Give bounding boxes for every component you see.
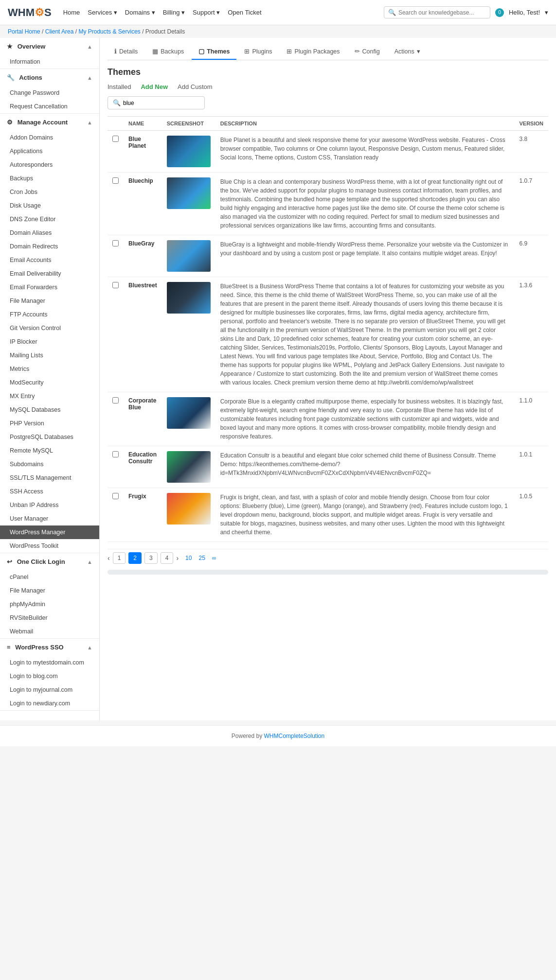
sidebar-item-email-forwarders[interactable]: Email Forwarders: [0, 280, 99, 294]
row-checkbox-6[interactable]: [112, 493, 119, 499]
sidebar-section-overview-header[interactable]: ★ Overview ▲: [0, 38, 99, 55]
sidebar-item-subdomains[interactable]: Subdomains: [0, 457, 99, 471]
sidebar-item-wordpress-manager[interactable]: WordPress Manager: [0, 525, 99, 539]
sidebar-item-modsecurity[interactable]: ModSecurity: [0, 376, 99, 389]
sidebar-item-remote-mysql[interactable]: Remote MySQL: [0, 444, 99, 457]
sidebar-item-email-accounts[interactable]: Email Accounts: [0, 253, 99, 267]
sidebar-item-login-newdiary[interactable]: Login to newdiary.com: [0, 697, 99, 710]
page-size-all[interactable]: ∞: [212, 555, 216, 561]
sidebar-item-rvsitebuilder[interactable]: RVSiteBuilder: [0, 611, 99, 625]
sidebar-item-information[interactable]: Information: [0, 55, 99, 69]
tab-config[interactable]: ✏ Config: [348, 44, 387, 60]
page-btn-2[interactable]: 2: [128, 552, 142, 564]
tab-backups[interactable]: ▦ Backups: [145, 44, 191, 60]
row-checkbox-0[interactable]: [112, 136, 119, 142]
sidebar-item-mailing-lists[interactable]: Mailing Lists: [0, 349, 99, 362]
sidebar-item-user-manager[interactable]: User Manager: [0, 512, 99, 525]
sidebar-item-autoresponders[interactable]: Autoresponders: [0, 158, 99, 172]
sub-tab-installed[interactable]: Installed: [108, 83, 131, 90]
row-checkbox-3[interactable]: [112, 282, 119, 288]
sidebar-item-domain-aliases[interactable]: Domain Aliases: [0, 226, 99, 240]
sidebar-item-login-myjournal[interactable]: Login to myjournal.com: [0, 683, 99, 697]
table-row: BlueGray BlueGray is a lightweight and m…: [108, 235, 548, 277]
row-checkbox-4[interactable]: [112, 397, 119, 403]
sidebar-item-dns-zone-editor[interactable]: DNS Zone Editor: [0, 212, 99, 226]
nav-services[interactable]: Services ▾: [88, 9, 117, 16]
sidebar-item-postgresql-databases[interactable]: PostgreSQL Databases: [0, 430, 99, 444]
sidebar-item-cron-jobs[interactable]: Cron Jobs: [0, 185, 99, 199]
sidebar-section-manage-account-header[interactable]: ⚙ Manage Account ▲: [0, 114, 99, 131]
sidebar-item-backups[interactable]: Backups: [0, 172, 99, 185]
tab-plugins[interactable]: ⊞ Plugins: [237, 44, 279, 60]
sidebar-item-ftp-accounts[interactable]: FTP Accounts: [0, 308, 99, 321]
sidebar-item-login-blog[interactable]: Login to blog.com: [0, 669, 99, 683]
sidebar-section-one-click-login-header[interactable]: ↩ One Click Login ▲: [0, 553, 99, 570]
tab-actions[interactable]: Actions ▾: [388, 44, 427, 60]
sidebar-item-addon-domains[interactable]: Addon Domains: [0, 131, 99, 144]
sidebar-section-actions-header[interactable]: 🔧 Actions ▲: [0, 69, 99, 86]
search-input[interactable]: [398, 9, 486, 16]
sidebar: ★ Overview ▲ Information 🔧 Actions ▲ Cha…: [0, 38, 100, 720]
theme-search-box[interactable]: 🔍: [108, 96, 205, 109]
breadcrumb-portal-home[interactable]: Portal Home: [8, 28, 40, 35]
sidebar-item-unban-ip[interactable]: Unban IP Address: [0, 498, 99, 512]
theme-description-3: BlueStreet is a Business WordPress Theme…: [215, 277, 515, 392]
nav-open-ticket[interactable]: Open Ticket: [228, 9, 261, 16]
horizontal-scrollbar[interactable]: [108, 570, 548, 575]
sidebar-item-login-mytestdomain[interactable]: Login to mytestdomain.com: [0, 656, 99, 669]
search-box[interactable]: 🔍: [384, 6, 490, 18]
footer: Powered by WHMCompleteSolution: [0, 725, 556, 746]
sidebar-item-php-version[interactable]: PHP Version: [0, 417, 99, 430]
sub-tab-add-new[interactable]: Add New: [141, 83, 168, 90]
sidebar-item-request-cancellation[interactable]: Request Cancellation: [0, 100, 99, 113]
row-checkbox-1[interactable]: [112, 177, 119, 184]
tab-plugin-packages[interactable]: ⊞ Plugin Packages: [280, 44, 346, 60]
sidebar-section-wordpress-sso-header[interactable]: ≡ WordPress SSO ▲: [0, 639, 99, 656]
sidebar-item-ip-blocker[interactable]: IP Blocker: [0, 335, 99, 349]
next-page-button[interactable]: ›: [176, 554, 179, 562]
tab-themes[interactable]: ▢ Themes: [192, 44, 236, 60]
sidebar-item-email-deliverability[interactable]: Email Deliverability: [0, 267, 99, 280]
sidebar-item-mx-entry[interactable]: MX Entry: [0, 389, 99, 403]
sidebar-item-webmail[interactable]: Webmail: [0, 625, 99, 638]
nav-home[interactable]: Home: [63, 9, 80, 16]
sidebar-item-git-version-control[interactable]: Git Version Control: [0, 321, 99, 335]
pagination: ‹ 1 2 3 4 › 10 25 ∞: [108, 549, 548, 567]
sidebar-item-wordpress-toolkit[interactable]: WordPress Toolkit: [0, 539, 99, 553]
theme-name-3: Bluestreet: [124, 277, 162, 392]
row-checkbox-2[interactable]: [112, 240, 119, 246]
row-checkbox-5[interactable]: [112, 451, 119, 457]
sidebar-item-ssh-access[interactable]: SSH Access: [0, 485, 99, 498]
sidebar-item-cpanel[interactable]: cPanel: [0, 570, 99, 584]
page-size-10[interactable]: 10: [185, 555, 192, 561]
sidebar-item-applications[interactable]: Applications: [0, 144, 99, 158]
sidebar-item-ssl-tls-management[interactable]: SSL/TLS Management: [0, 471, 99, 485]
main-content: ℹ Details ▦ Backups ▢ Themes ⊞ Plugins ⊞…: [100, 38, 556, 720]
cart-badge[interactable]: 0: [495, 8, 504, 17]
nav-support[interactable]: Support ▾: [193, 9, 220, 16]
breadcrumb-my-products[interactable]: My Products & Services: [78, 28, 140, 35]
sub-tab-add-custom[interactable]: Add Custom: [178, 83, 213, 90]
footer-link[interactable]: WHMCompleteSolution: [264, 733, 324, 739]
breadcrumb-client-area[interactable]: Client Area: [45, 28, 74, 35]
sidebar-item-disk-usage[interactable]: Disk Usage: [0, 199, 99, 212]
page-btn-4[interactable]: 4: [161, 552, 174, 564]
sidebar-item-phpmyadmin[interactable]: phpMyAdmin: [0, 597, 99, 611]
sidebar-item-file-manager[interactable]: File Manager: [0, 294, 99, 308]
sidebar-item-file-manager-ocl[interactable]: File Manager: [0, 584, 99, 597]
tab-details[interactable]: ℹ Details: [108, 44, 144, 60]
sidebar-item-metrics[interactable]: Metrics: [0, 362, 99, 376]
nav-billing[interactable]: Billing ▾: [163, 9, 185, 16]
theme-search-input[interactable]: [123, 100, 199, 106]
nav-domains[interactable]: Domains ▾: [125, 9, 155, 16]
info-icon: ℹ: [114, 48, 117, 55]
page-btn-1[interactable]: 1: [113, 552, 126, 564]
themes-table: NAME SCREENSHOT DESCRIPTION VERSION Blue…: [108, 116, 548, 542]
page-btn-3[interactable]: 3: [144, 552, 158, 564]
sidebar-item-change-password[interactable]: Change Password: [0, 86, 99, 100]
page-size-25[interactable]: 25: [198, 555, 205, 561]
hello-dropdown-icon[interactable]: ▾: [545, 9, 548, 16]
sidebar-item-domain-redirects[interactable]: Domain Redirects: [0, 240, 99, 253]
sidebar-item-mysql-databases[interactable]: MySQL Databases: [0, 403, 99, 417]
prev-page-button[interactable]: ‹: [108, 554, 110, 562]
